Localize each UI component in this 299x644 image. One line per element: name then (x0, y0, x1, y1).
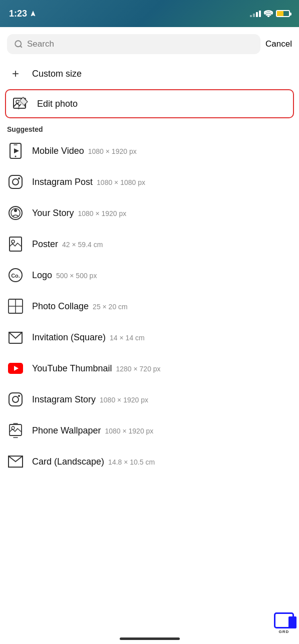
svg-point-16 (12, 240, 15, 243)
svg-point-10 (13, 179, 19, 185)
edit-photo-label: Edit photo (37, 99, 78, 109)
list-item[interactable]: Invitation (Square) 14 × 14 cm (7, 322, 292, 353)
svg-point-0 (15, 41, 21, 47)
status-bar: 1:23 (0, 0, 299, 27)
list-item[interactable]: Instagram Post 1080 × 1080 px (7, 166, 292, 197)
search-input[interactable] (27, 39, 253, 49)
svg-line-1 (20, 46, 22, 47)
search-area: Cancel (0, 27, 299, 58)
instagram-story-icon (7, 391, 24, 408)
time-display: 1:23 (9, 9, 27, 19)
plus-icon: + (7, 65, 24, 82)
mobile-video-icon (7, 142, 24, 159)
list-item[interactable]: Your Story 1080 × 1920 px (7, 197, 292, 229)
suggested-section-label: Suggested (7, 121, 292, 135)
status-time: 1:23 (9, 9, 37, 19)
status-icons (250, 10, 290, 17)
list-item[interactable]: Instagram Story 1080 × 1920 px (7, 384, 292, 415)
logo-icon: Co. (7, 267, 24, 284)
custom-size-label: Custom size (32, 69, 82, 79)
phone-wallpaper-icon (7, 422, 24, 439)
poster-icon (7, 236, 24, 253)
card-landscape-icon (7, 453, 24, 470)
svg-point-26 (18, 395, 20, 397)
navigation-arrow-icon (30, 10, 37, 17)
battery-icon (276, 10, 290, 17)
watermark: GRD (274, 612, 294, 634)
search-box[interactable] (7, 34, 260, 54)
svg-text:Co.: Co. (11, 273, 20, 279)
signal-icon (250, 11, 261, 17)
svg-rect-15 (10, 237, 22, 251)
invitation-icon (7, 329, 24, 346)
custom-size-item[interactable]: + Custom size (7, 58, 292, 89)
svg-point-14 (14, 209, 17, 212)
home-indicator (120, 637, 180, 640)
your-story-icon (7, 204, 24, 222)
svg-point-11 (18, 177, 20, 179)
cancel-button[interactable]: Cancel (265, 37, 292, 51)
youtube-icon (7, 360, 24, 377)
edit-photo-item[interactable]: Edit photo (5, 89, 294, 118)
photo-collage-icon (7, 298, 24, 315)
list-item[interactable]: Co. Logo 500 × 500 px (7, 260, 292, 291)
svg-point-25 (13, 396, 19, 402)
edit-photo-icon (12, 95, 29, 112)
svg-rect-24 (9, 393, 22, 406)
instagram-post-icon (7, 173, 24, 190)
search-icon (14, 40, 23, 49)
list-item[interactable]: Card (Landscape) 14.8 × 10.5 cm (7, 446, 292, 477)
wifi-icon (264, 10, 273, 17)
list-item[interactable]: YouTube Thumbnail 1280 × 720 px (7, 353, 292, 384)
menu-list: + Custom size Edit photo Suggested (0, 58, 299, 477)
list-item[interactable]: Mobile Video 1080 × 1920 px (7, 135, 292, 166)
svg-line-4 (19, 105, 20, 107)
svg-point-6 (15, 156, 17, 157)
svg-marker-8 (14, 148, 19, 153)
list-item[interactable]: Photo Collage 25 × 20 cm (7, 291, 292, 322)
list-item[interactable]: Phone Wallpaper 1080 × 1920 px (7, 415, 292, 446)
svg-rect-9 (9, 175, 22, 188)
list-item[interactable]: Poster 42 × 59.4 cm (7, 229, 292, 260)
